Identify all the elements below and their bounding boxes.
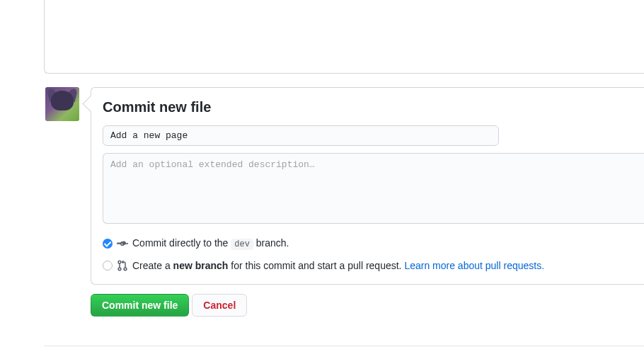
create-branch-label: Create a new branch for this commit and … <box>132 258 544 273</box>
editor-panel-bottom <box>44 0 644 74</box>
git-pull-request-icon <box>117 260 128 271</box>
svg-point-3 <box>118 261 121 263</box>
divider <box>44 346 644 346</box>
cancel-button[interactable]: Cancel <box>192 294 247 317</box>
learn-more-link[interactable]: Learn more about pull requests. <box>404 260 544 271</box>
commit-button[interactable]: Commit new file <box>91 294 189 317</box>
git-commit-icon <box>117 238 128 249</box>
avatar[interactable] <box>45 87 79 121</box>
create-branch-option[interactable]: Create a new branch for this commit and … <box>103 258 644 273</box>
branch-tag: dev <box>231 239 253 250</box>
svg-point-4 <box>118 268 121 271</box>
commit-direct-option[interactable]: Commit directly to the dev branch. <box>103 236 644 251</box>
radio-checked-icon <box>103 239 113 249</box>
commit-summary-input[interactable] <box>103 125 499 146</box>
commit-direct-label: Commit directly to the dev branch. <box>132 236 289 251</box>
branch-options: Commit directly to the dev branch. Creat… <box>103 236 644 273</box>
radio-unchecked-icon <box>103 261 113 271</box>
commit-heading: Commit new file <box>103 99 644 115</box>
commit-panel: Commit new file Commit directly to the d… <box>91 87 644 285</box>
commit-description-textarea[interactable] <box>103 153 644 224</box>
svg-point-5 <box>124 268 127 271</box>
button-row: Commit new file Cancel <box>91 294 247 317</box>
